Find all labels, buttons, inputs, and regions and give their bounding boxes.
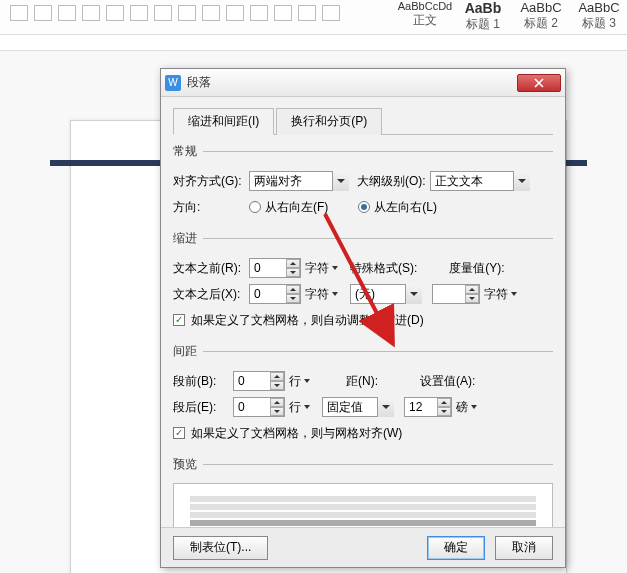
app-icon: W [165,75,181,91]
align-value[interactable] [249,171,349,191]
space-before-stepper[interactable] [233,371,285,391]
align-select[interactable] [249,171,349,191]
unit-selector[interactable]: 字符 [305,286,338,303]
measure-label: 度量值(Y): [449,260,504,277]
style-option[interactable]: AaBbC标题 2 [513,0,569,32]
group-legend: 预览 [173,456,203,473]
close-button[interactable] [517,74,561,92]
tool-icon[interactable] [82,5,100,21]
tool-icon[interactable] [298,5,316,21]
rtl-radio[interactable] [249,201,261,213]
tool-icon[interactable] [10,5,28,21]
paragraph-dialog: W 段落 缩进和间距(I) 换行和分页(P) 常规 对齐方式(G): 大纲级别(… [160,68,566,568]
indent-grid-checkbox[interactable] [173,314,185,326]
tab-indent-spacing[interactable]: 缩进和间距(I) [173,108,274,135]
tool-icon[interactable] [274,5,292,21]
general-group: 常规 对齐方式(G): 大纲级别(O): 方向: 从右向左(F) [173,143,553,222]
tool-icon[interactable] [58,5,76,21]
ruler [0,35,627,51]
lineheight-label: 距(N): [346,373,378,390]
toolbar-icons [10,5,340,21]
space-before-label: 段前(B): [173,373,229,390]
tool-icon[interactable] [154,5,172,21]
tool-icon[interactable] [250,5,268,21]
group-legend: 间距 [173,343,203,360]
setvalue-label: 设置值(A): [420,373,475,390]
lineheight-select[interactable] [322,397,394,417]
ltr-radio[interactable] [358,201,370,213]
align-label: 对齐方式(G): [173,173,245,190]
lineheight-value[interactable] [322,397,394,417]
rtl-label: 从右向左(F) [265,199,328,216]
outline-value[interactable] [430,171,530,191]
dialog-title: 段落 [187,74,517,91]
unit-selector[interactable]: 字符 [305,260,338,277]
tool-icon[interactable] [226,5,244,21]
ltr-label: 从左向右(L) [374,199,437,216]
dialog-footer: 制表位(T)... 确定 取消 [161,527,565,567]
indent-after-label: 文本之后(X): [173,286,245,303]
unit-selector[interactable]: 字符 [484,286,517,303]
space-after-label: 段后(E): [173,399,229,416]
tab-page-break[interactable]: 换行和分页(P) [276,108,382,135]
unit-selector[interactable]: 行 [289,373,310,390]
special-select[interactable] [350,284,422,304]
style-option[interactable]: AaBbCcDd正文 [397,0,453,32]
cancel-button[interactable]: 取消 [495,536,553,560]
measure-stepper[interactable] [432,284,480,304]
outline-label: 大纲级别(O): [357,173,426,190]
unit-selector[interactable]: 磅 [456,399,477,416]
indent-before-stepper[interactable] [249,258,301,278]
spacing-group: 间距 段前(B): 行 距(N): 设置值(A): 段后(E): 行 [173,343,553,448]
group-legend: 常规 [173,143,203,160]
spacing-grid-checkbox[interactable] [173,427,185,439]
dialog-titlebar[interactable]: W 段落 [161,69,565,97]
tool-icon[interactable] [178,5,196,21]
tool-icon[interactable] [202,5,220,21]
outline-select[interactable] [430,171,530,191]
indent-after-stepper[interactable] [249,284,301,304]
tab-strip: 缩进和间距(I) 换行和分页(P) [173,107,553,135]
special-label: 特殊格式(S): [350,260,417,277]
ok-button[interactable]: 确定 [427,536,485,560]
styles-gallery[interactable]: AaBbCcDd正文 AaBb标题 1 AaBbC标题 2 AaBbC标题 3 [397,0,627,32]
tabs-button[interactable]: 制表位(T)... [173,536,268,560]
dialog-body: 缩进和间距(I) 换行和分页(P) 常规 对齐方式(G): 大纲级别(O): 方… [161,97,565,573]
setvalue-stepper[interactable] [404,397,452,417]
tool-icon[interactable] [106,5,124,21]
spacing-grid-label: 如果定义了文档网格，则与网格对齐(W) [191,425,402,442]
space-after-stepper[interactable] [233,397,285,417]
tool-icon[interactable] [322,5,340,21]
direction-label: 方向: [173,199,245,216]
tool-icon[interactable] [130,5,148,21]
style-option[interactable]: AaBbC标题 3 [571,0,627,32]
app-toolbar: AaBbCcDd正文 AaBb标题 1 AaBbC标题 2 AaBbC标题 3 [0,0,627,35]
special-value[interactable] [350,284,422,304]
style-option[interactable]: AaBb标题 1 [455,0,511,32]
group-legend: 缩进 [173,230,203,247]
indent-before-label: 文本之前(R): [173,260,245,277]
unit-selector[interactable]: 行 [289,399,310,416]
indent-group: 缩进 文本之前(R): 字符 特殊格式(S): 度量值(Y): 文本之后(X):… [173,230,553,335]
indent-grid-label: 如果定义了文档网格，则自动调整右缩进(D) [191,312,424,329]
tool-icon[interactable] [34,5,52,21]
